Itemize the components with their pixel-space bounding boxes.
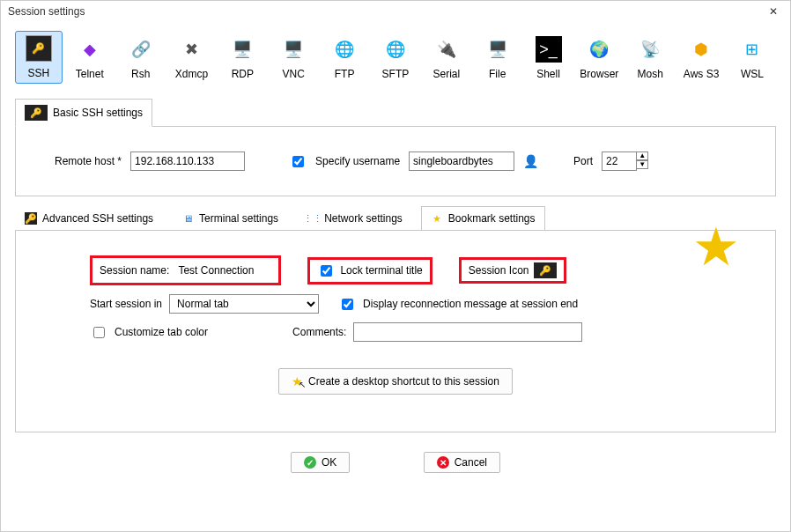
proto-xdmcp-label: Xdmcp	[175, 68, 208, 80]
tab-bookmark-settings-label: Bookmark settings	[448, 212, 536, 225]
shell-icon: >_	[536, 36, 562, 63]
session-icon-button[interactable]: 🔑	[534, 262, 557, 278]
start-session-select[interactable]: Normal tab	[169, 294, 319, 314]
comments-label: Comments:	[292, 326, 346, 338]
file-icon: 🖥️	[484, 36, 511, 63]
tab-basic-ssh[interactable]: 🔑 Basic SSH settings	[15, 99, 152, 127]
proto-rsh[interactable]: 🔗 Rsh	[117, 33, 165, 84]
display-reconnection-checkbox[interactable]	[342, 299, 353, 310]
lock-title-label: Lock terminal title	[340, 264, 422, 277]
globe-icon: 🌐	[331, 36, 358, 63]
proto-rsh-label: Rsh	[131, 68, 150, 80]
proto-telnet-label: Telnet	[76, 68, 104, 80]
proto-wsl[interactable]: ⊞ WSL	[728, 33, 776, 84]
globe-lock-icon: 🌐	[382, 36, 409, 63]
proto-ssh-label: SSH	[28, 67, 50, 79]
cancel-button[interactable]: ✕ Cancel	[424, 452, 500, 473]
session-name-input[interactable]	[174, 261, 271, 280]
aws-icon: ⬢	[688, 36, 714, 63]
proto-vnc-label: VNC	[283, 68, 305, 80]
highlight-session-name: Session name:	[90, 255, 281, 285]
ok-label: OK	[322, 456, 336, 469]
tab-advanced-ssh-label: Advanced SSH settings	[42, 212, 153, 225]
proto-sftp-label: SFTP	[382, 68, 410, 80]
proto-ssh[interactable]: 🔑 SSH	[15, 31, 63, 84]
key-icon: 🔑	[25, 212, 37, 225]
proto-ftp[interactable]: 🌐 FTP	[321, 33, 368, 84]
remote-host-label: Remote host *	[55, 155, 122, 167]
specify-username-checkbox[interactable]	[292, 156, 304, 167]
browser-icon: 🌍	[586, 36, 612, 63]
proto-rdp-label: RDP	[232, 68, 254, 80]
satellite-icon: 📡	[637, 36, 663, 63]
create-shortcut-button[interactable]: ★↖ Create a desktop shortcut to this ses…	[278, 368, 513, 395]
ok-button[interactable]: ✓ OK	[291, 452, 350, 473]
tab-terminal-settings[interactable]: 🖥 Terminal settings	[172, 206, 288, 231]
bookmark-panel: Session name: Lock terminal title Sessio…	[15, 230, 776, 432]
window-title: Session settings	[8, 5, 85, 18]
specify-username-label: Specify username	[315, 155, 400, 167]
star-cursor-icon: ★↖	[292, 374, 303, 388]
key-icon: 🔑	[26, 35, 52, 62]
user-picker-icon[interactable]: 👤	[523, 154, 538, 168]
customize-tab-color-label: Customize tab color	[115, 326, 208, 338]
serial-icon: 🔌	[433, 36, 460, 63]
display-reconnection-label: Display reconnection message at session …	[363, 298, 578, 310]
proto-ftp-label: FTP	[335, 68, 355, 80]
lightning-icon: ◆	[77, 36, 103, 63]
proto-telnet[interactable]: ◆ Telnet	[66, 33, 114, 84]
comments-input[interactable]	[353, 322, 582, 342]
basic-ssh-panel: Remote host * Specify username 👤 Port ▲▼	[15, 126, 776, 196]
x-icon: ✖	[179, 36, 205, 63]
proto-serial-label: Serial	[432, 68, 460, 80]
tab-network-settings[interactable]: ⋮⋮ Network settings	[297, 206, 412, 231]
customize-tab-color-checkbox[interactable]	[93, 327, 105, 338]
proto-shell[interactable]: >_ Shell	[525, 33, 573, 84]
remote-host-input[interactable]	[130, 151, 245, 171]
proto-vnc[interactable]: 🖥️ VNC	[270, 33, 317, 84]
proto-sftp[interactable]: 🌐 SFTP	[372, 33, 419, 84]
start-session-label: Start session in	[90, 298, 162, 310]
tab-basic-ssh-label: Basic SSH settings	[53, 107, 143, 119]
vnc-icon: 🖥️	[280, 36, 307, 63]
highlight-lock-title: Lock terminal title	[307, 257, 432, 284]
check-icon: ✓	[304, 456, 316, 469]
close-icon[interactable]: ✕	[764, 5, 783, 18]
port-label: Port	[573, 155, 593, 167]
session-name-label: Session name:	[100, 264, 169, 277]
highlight-session-icon: Session Icon 🔑	[459, 257, 567, 284]
network-icon: ⋮⋮	[307, 212, 319, 225]
key-icon: 🔑	[25, 105, 48, 121]
proto-awss3[interactable]: ⬢ Aws S3	[677, 33, 725, 84]
username-input[interactable]	[409, 151, 514, 171]
proto-mosh-label: Mosh	[638, 68, 663, 80]
proto-browser-label: Browser	[580, 68, 618, 80]
link-icon: 🔗	[128, 36, 154, 63]
proto-rdp[interactable]: 🖥️ RDP	[218, 33, 266, 84]
port-spinner[interactable]: ▲▼	[636, 151, 648, 171]
proto-mosh[interactable]: 📡 Mosh	[626, 33, 674, 84]
create-shortcut-label: Create a desktop shortcut to this sessio…	[308, 375, 499, 388]
tab-bookmark-settings[interactable]: ★ Bookmark settings	[421, 206, 545, 231]
proto-shell-label: Shell	[536, 68, 560, 80]
port-input[interactable]	[602, 151, 637, 171]
star-decoration-icon: ★	[692, 216, 740, 277]
session-icon-label: Session Icon	[469, 264, 529, 277]
star-icon: ★	[431, 212, 443, 225]
lock-title-checkbox[interactable]	[321, 265, 332, 277]
proto-awss3-label: Aws S3	[684, 68, 719, 80]
proto-serial[interactable]: 🔌 Serial	[423, 33, 470, 84]
cancel-label: Cancel	[455, 456, 487, 469]
tab-advanced-ssh[interactable]: 🔑 Advanced SSH settings	[15, 206, 163, 231]
proto-file-label: File	[489, 68, 506, 80]
proto-xdmcp[interactable]: ✖ Xdmcp	[168, 33, 216, 84]
tab-network-settings-label: Network settings	[324, 212, 403, 225]
protocol-toolbar: 🔑 SSH ◆ Telnet 🔗 Rsh ✖ Xdmcp 🖥️ RDP 🖥️ V…	[1, 22, 790, 89]
tab-terminal-settings-label: Terminal settings	[199, 212, 278, 225]
monitor-icon: 🖥️	[229, 36, 255, 63]
terminal-icon: 🖥	[181, 212, 194, 225]
proto-file[interactable]: 🖥️ File	[474, 33, 521, 84]
windows-icon: ⊞	[739, 36, 765, 63]
proto-browser[interactable]: 🌍 Browser	[575, 33, 623, 84]
proto-wsl-label: WSL	[741, 68, 764, 80]
